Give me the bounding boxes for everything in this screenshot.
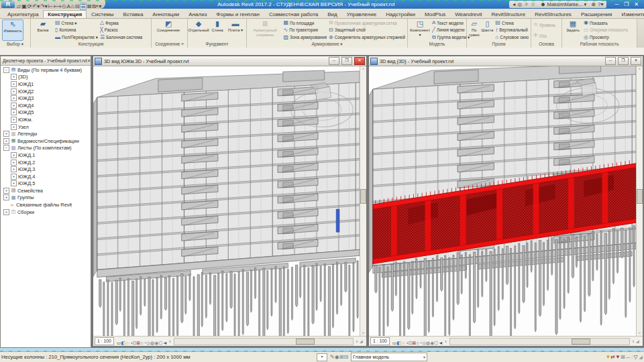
ribbon-button-пол-перекрытие[interactable]: ▬Пол/Перекрытие ▾ bbox=[55, 34, 98, 41]
scroll-up-icon[interactable]: ˄ bbox=[639, 66, 641, 72]
selection-count-icon[interactable]: ▽ bbox=[633, 354, 637, 360]
doc-restore-button[interactable]: ❐ bbox=[618, 57, 629, 65]
ribbon-button-защитный-слой[interactable]: ⊟Защитный слой bbox=[329, 27, 405, 34]
collapse-bar-icon[interactable]: ◄ bbox=[162, 341, 167, 345]
resize-grip[interactable]: ◢ bbox=[360, 338, 365, 345]
doc-minimize-button[interactable]: ─ bbox=[605, 57, 616, 65]
ribbon-button-ось[interactable]: ✛Ось bbox=[533, 32, 555, 39]
ribbon-button-опорная-плоскость[interactable]: ▭Опорная плоскость bbox=[584, 27, 628, 34]
left-3d-model-view[interactable] bbox=[93, 66, 360, 336]
tree-item-южд4[interactable]: +ЮЖД4 bbox=[1, 102, 91, 109]
expand-icon[interactable]: + bbox=[11, 180, 17, 186]
expand-icon[interactable]: + bbox=[3, 188, 9, 194]
doc-window-title-bar-left[interactable]: 3D вид ЮЖм.3D - Учебный проект.rvt ─ ❐ ✕ bbox=[93, 56, 366, 66]
tree-item-связанные-файлы-revit[interactable]: ∞Связанные файлы Revit bbox=[1, 201, 91, 208]
panel-label-рабочая-плоскость[interactable]: Рабочая плоскость bbox=[562, 41, 637, 48]
expand-icon[interactable]: + bbox=[11, 166, 17, 172]
ribbon-button-изменить[interactable]: ⇖Изменить bbox=[2, 19, 23, 41]
tree-item-южд-2[interactable]: +ЮЖД.2 bbox=[1, 159, 91, 166]
section-icon[interactable]: ⊟ bbox=[75, 3, 80, 9]
ribbon-button-задать[interactable]: ▦Задать bbox=[564, 19, 582, 41]
ribbon-button-раскос[interactable]: ╳Раскос bbox=[100, 27, 142, 34]
expand-icon[interactable]: + bbox=[11, 88, 17, 95]
collapse-icon[interactable]: − bbox=[3, 145, 9, 151]
ribbon-button-группа-модели[interactable]: ⧉Группа модели ▾ bbox=[432, 34, 470, 41]
expand-icon[interactable]: + bbox=[3, 194, 9, 200]
right-3d-rebar-view[interactable] bbox=[369, 66, 636, 336]
text-icon[interactable]: A bbox=[66, 3, 70, 9]
tree-item-южд-4[interactable]: +ЮЖД.4 bbox=[1, 173, 91, 180]
expand-icon[interactable]: + bbox=[11, 81, 17, 87]
ribbon-button-арматурный-стержень[interactable]: ≣Арматурный стержень bbox=[249, 19, 281, 41]
exclude-options-icon[interactable]: ⊞ bbox=[621, 354, 625, 360]
ribbon-button-зона-армирования[interactable]: ▨Зона армирования bbox=[283, 34, 327, 41]
tree-item-листы-по-комплектам[interactable]: −▧Листы (По комплектам) bbox=[1, 145, 91, 152]
tree-item-южд5[interactable]: +ЮЖД5 bbox=[1, 109, 91, 117]
expand-icon[interactable]: + bbox=[3, 131, 9, 137]
tree-item-виды-по-первым-4-буквам[interactable]: −▤Виды (По первым 4 буквам) bbox=[1, 66, 91, 74]
horizontal-scrollbar-right[interactable] bbox=[449, 338, 630, 345]
doc-restore-button[interactable]: ❐ bbox=[341, 57, 352, 65]
expand-icon[interactable]: + bbox=[11, 95, 17, 101]
viewport-left[interactable] bbox=[93, 66, 360, 336]
scroll-right-icon[interactable]: › bbox=[631, 339, 635, 344]
ribbon-button-компонент[interactable]: ◳Компонент ▾ bbox=[410, 19, 430, 41]
tab-вид[interactable]: Вид bbox=[323, 10, 341, 18]
statusbar-resize-grip[interactable]: ◢ bbox=[639, 355, 643, 360]
view-scale-button[interactable]: 1 : 100 bbox=[370, 337, 390, 345]
tree-item-ведомости-спецификации[interactable]: +▦Ведомости/Спецификации bbox=[1, 137, 91, 145]
tab-управление[interactable]: Управление bbox=[342, 10, 381, 18]
workset-mini-combo[interactable]: ▾ bbox=[317, 353, 327, 361]
tab-modplus[interactable]: ModPlus bbox=[420, 10, 450, 18]
scroll-down-icon[interactable]: ˅ bbox=[639, 330, 641, 336]
tab-надстройки[interactable]: Надстройки bbox=[381, 10, 420, 18]
tree-item-южм[interactable]: +ЮЖм. bbox=[1, 116, 91, 123]
tree-item-южд2[interactable]: +ЮЖД2 bbox=[1, 88, 91, 95]
subscription-icon[interactable]: ✧ bbox=[524, 1, 529, 7]
ribbon-button-по-грани[interactable]: ▱По грани bbox=[469, 19, 480, 41]
editable-only-icon[interactable]: ✎ bbox=[330, 354, 335, 360]
panel-label-соединение[interactable]: Соединение » bbox=[152, 41, 187, 48]
viewport-right[interactable] bbox=[369, 66, 636, 336]
collapse-infocenter-icon[interactable]: ◂ bbox=[513, 1, 515, 7]
tree-item-{3d}[interactable]: +{3D} bbox=[1, 74, 91, 81]
tree-item-семейства[interactable]: +▨Семейства bbox=[1, 187, 91, 194]
expand-icon[interactable]: + bbox=[11, 152, 17, 158]
thin-lines-icon[interactable]: ☰ bbox=[80, 3, 86, 10]
open-icon[interactable]: ▱ bbox=[17, 3, 21, 9]
close-hidden-windows-icon[interactable]: ⊠ bbox=[87, 3, 92, 9]
panel-label-выбор[interactable]: Выбор ▾ bbox=[0, 41, 30, 48]
ribbon-button-стена[interactable]: ▤Стена bbox=[495, 19, 529, 26]
ribbon-button-линия-модели[interactable]: ╱Линия модели bbox=[432, 27, 470, 34]
scroll-left-icon[interactable]: ‹ bbox=[168, 339, 172, 344]
close-button[interactable]: ✕ bbox=[634, 1, 639, 7]
ribbon-button-балочная-система[interactable]: ☰Балочная система bbox=[100, 34, 142, 41]
ribbon-button-показать[interactable]: ◉Показать bbox=[584, 19, 628, 26]
panel-label-конструкция[interactable]: Конструкция bbox=[31, 41, 151, 48]
tree-item-южд3[interactable]: +ЮЖД3 bbox=[1, 95, 91, 102]
scroll-right-icon[interactable]: › bbox=[355, 339, 359, 344]
scroll-left-icon[interactable]: ‹ bbox=[443, 339, 447, 344]
ribbon-button-плита[interactable]: ▬Плита ▾ bbox=[227, 19, 244, 41]
expand-icon[interactable]: + bbox=[11, 174, 17, 180]
view-scale-button[interactable]: 1 : 100 bbox=[95, 337, 114, 345]
expand-icon[interactable]: + bbox=[3, 209, 9, 215]
design-options-icon[interactable]: ▼ bbox=[615, 354, 621, 360]
design-option-combo[interactable]: Главная модель ▾ bbox=[351, 353, 427, 361]
hscroll-thumb[interactable] bbox=[572, 339, 590, 345]
panel-label-армирование[interactable]: Армирование ▾ bbox=[247, 41, 407, 48]
tab-revitstructures[interactable]: RevitStructures bbox=[530, 10, 576, 18]
ribbon-button-стена[interactable]: ▤Стена ▾ bbox=[55, 19, 98, 26]
ribbon-button-отдельный[interactable]: ◆Отдельный bbox=[190, 19, 207, 41]
tab-weandrevit[interactable]: Weandrevit bbox=[450, 10, 486, 18]
manage-links-icon[interactable]: ⊟ bbox=[343, 354, 348, 360]
press-drag-icon[interactable]: ↔ bbox=[625, 354, 631, 360]
save-icon[interactable]: ▣ bbox=[21, 3, 27, 9]
search-icon[interactable]: ◎ bbox=[517, 1, 522, 7]
ribbon-button-соединение[interactable]: ◩Соединение bbox=[154, 19, 183, 41]
favorites-icon[interactable]: ☆ bbox=[531, 1, 535, 7]
tree-item-сборки[interactable]: +◫Сборки bbox=[1, 208, 91, 216]
sync-icon[interactable]: ⟳ bbox=[28, 3, 32, 9]
ribbon-button-текст-модели[interactable]: AТекст модели bbox=[432, 19, 470, 26]
expand-icon[interactable]: + bbox=[3, 138, 9, 144]
